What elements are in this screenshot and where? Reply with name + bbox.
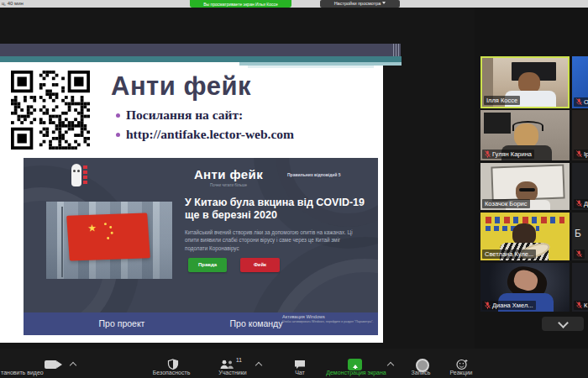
china-flag-photo: ★	[46, 202, 172, 279]
caret-up-icon[interactable]	[70, 362, 76, 369]
chevron-down-icon	[382, 2, 386, 6]
view-settings-label: Настройки просмотра	[334, 1, 381, 6]
meeting-timer: ц, 40 мин	[2, 1, 24, 6]
participant-tile-partial-2[interactable]: Ір	[572, 110, 588, 160]
participant-initial: Б	[575, 228, 581, 239]
chat-label: Чат	[286, 370, 313, 375]
caret-up-icon[interactable]	[255, 362, 262, 369]
truth-button: Правда	[188, 258, 227, 272]
participant-name: Козачок Борис	[485, 200, 528, 207]
participant-tile-gulyan-karina[interactable]: Гулян Карина	[480, 110, 570, 160]
participant-name-label: Ір	[574, 150, 588, 159]
participant-name-label: О	[574, 97, 588, 107]
security-label: Безопасность	[145, 370, 197, 375]
caret-up-icon[interactable]	[387, 362, 394, 369]
site-footer: Про проект Про команду Активация Windows…	[24, 312, 378, 335]
participant-name: К	[584, 302, 587, 309]
slide-bullet-2: http://antifake.lector-web.com	[116, 127, 294, 142]
muted-mic-icon	[576, 302, 582, 309]
participant-name: Ір	[584, 150, 588, 158]
participant-tile-ilya-kosse[interactable]: Ілля Коссе	[480, 56, 570, 108]
site-tagline: Почни читати більше	[161, 183, 296, 187]
participant-name: Гулян Карина	[492, 150, 532, 158]
zoom-toolbar: тановить видео Безопасность 11 Участники…	[0, 349, 588, 378]
slide-deco-strip-light	[248, 66, 374, 68]
fake-button: Фейк	[240, 258, 280, 272]
china-flag: ★	[66, 213, 150, 260]
footer-about-project-link: Про проект	[67, 318, 176, 328]
participant-name-label	[574, 249, 585, 259]
participants-icon	[220, 360, 234, 370]
participant-name-label: Д	[574, 199, 588, 208]
record-label: Запись	[402, 370, 440, 375]
participant-name: Диана Хмел...	[492, 302, 533, 309]
antifake-logo-icon	[71, 164, 81, 186]
participants-label: Участники	[207, 370, 258, 375]
participants-count-badge: 11	[236, 357, 242, 363]
website-screenshot: Анти фейк Почни читати більше Правильних…	[24, 158, 378, 335]
site-brand-title: Анти фейк	[161, 167, 296, 181]
share-screen-icon	[348, 359, 362, 370]
chat-bubble-icon	[294, 360, 306, 370]
site-score-label: Правильних відповідей 5	[287, 172, 340, 177]
participant-name-label: Гулян Карина	[482, 150, 534, 159]
muted-mic-icon	[576, 150, 582, 158]
flag-star-icon: ★	[87, 223, 97, 234]
video-camera-icon	[45, 360, 57, 369]
participant-tile-diana[interactable]: Диана Хмел...	[480, 263, 570, 312]
participant-name: Д	[584, 200, 588, 207]
windows-activation-subtitle: Чтобы активировать Windows, перейдите в …	[282, 320, 376, 324]
muted-mic-icon	[576, 200, 582, 207]
view-settings-button[interactable]: Настройки просмотра	[320, 0, 400, 8]
participant-tile-partial-4[interactable]: Б	[572, 213, 588, 260]
participant-name: Светлана Куле...	[485, 250, 533, 258]
muted-mic-icon	[485, 302, 491, 309]
slide-teal-band	[0, 56, 402, 62]
participant-name: О	[584, 98, 588, 106]
slide-header-bar	[0, 44, 393, 56]
slide-link-text: http://antifake.lector-web.com	[126, 127, 294, 142]
participant-name-label: Диана Хмел...	[482, 301, 536, 310]
bullet-dot-icon	[116, 113, 120, 118]
chevron-down-icon	[558, 318, 569, 328]
bullet-dot-icon	[116, 133, 120, 137]
participant-tile-partial-5[interactable]: К	[572, 263, 588, 312]
meeting-top-bar: ц, 40 мин Вы просматриваете экран Ильи К…	[0, 0, 588, 8]
site-news-headline: У Китаю була вкцина від COVID-19 ще в бе…	[185, 197, 368, 222]
slide-bullet-1-text: Посилання на сайт:	[126, 108, 243, 123]
more-participants-button[interactable]	[542, 317, 584, 331]
slide-title: Анти фейк	[111, 71, 251, 102]
participant-tile-partial-3[interactable]: Д	[572, 163, 588, 210]
slide-bullet-1: Посилання на сайт:	[116, 108, 243, 123]
smiley-reactions-icon	[456, 359, 468, 370]
qr-code-image	[11, 71, 90, 150]
site-news-body: Китайський вчений створив ліки за допомо…	[185, 228, 363, 252]
participant-tile-svetlana[interactable]: Светлана Куле...	[480, 213, 570, 260]
participant-name-label: К	[574, 301, 588, 310]
reactions-label: Реакции	[438, 370, 484, 375]
muted-mic-icon	[485, 150, 491, 158]
share-screen-label: Демонстрация экрана	[319, 370, 393, 375]
participant-name-label: Козачок Борис	[482, 199, 530, 208]
antifake-logo-text-icon	[83, 165, 87, 185]
stop-video-label: тановить видео	[1, 370, 48, 375]
shared-screen-stage: Анти фейк Посилання на сайт: http://anti…	[0, 8, 475, 349]
participant-name-label: Ілля Коссе	[484, 96, 520, 105]
shield-icon	[167, 359, 179, 370]
flag-pole	[61, 207, 63, 277]
muted-mic-icon	[576, 250, 582, 258]
muted-mic-icon	[576, 98, 582, 106]
participant-name-label: Светлана Куле...	[482, 249, 536, 259]
screen-share-banner: Вы просматриваете экран Ильи Коссе	[190, 0, 291, 8]
flag-small-stars	[104, 223, 107, 225]
window-edge-stripes	[393, 44, 401, 56]
participant-tile-partial-1[interactable]: О	[572, 56, 588, 108]
participant-name: Ілля Коссе	[486, 97, 517, 104]
windows-activation-title: Активация Windows	[282, 314, 325, 319]
participant-tile-kozachok-boris[interactable]: Козачок Борис	[480, 163, 570, 210]
